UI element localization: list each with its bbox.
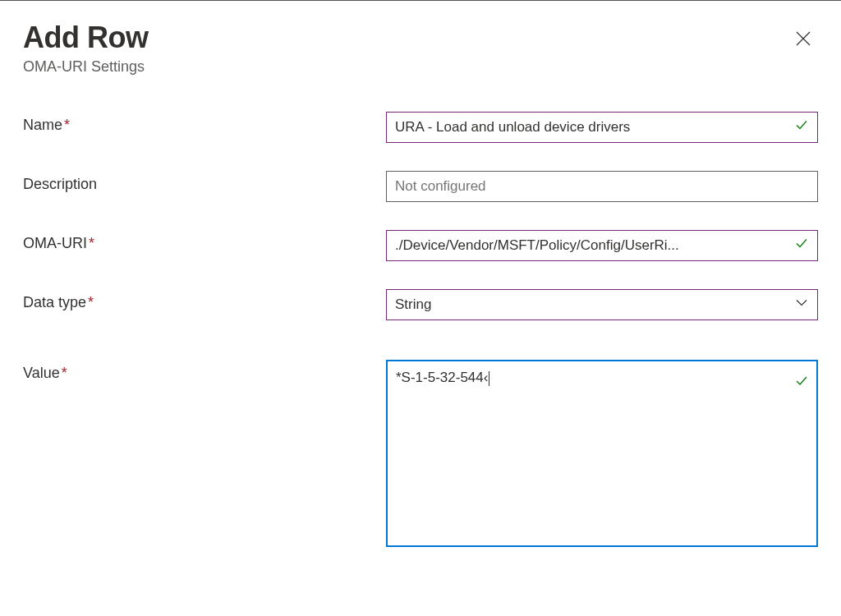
oma-uri-input[interactable] bbox=[386, 230, 818, 261]
required-asterisk: * bbox=[64, 117, 70, 133]
close-button[interactable] bbox=[788, 24, 818, 53]
close-icon bbox=[795, 30, 811, 47]
panel-title: Add Row bbox=[23, 21, 148, 55]
required-asterisk: * bbox=[62, 365, 67, 381]
oma-uri-label: OMA-URI* bbox=[23, 230, 386, 252]
data-type-select[interactable]: String bbox=[386, 289, 818, 320]
value-label: Value* bbox=[23, 360, 386, 382]
description-label: Description bbox=[23, 171, 386, 193]
name-input[interactable] bbox=[386, 112, 818, 143]
data-type-value: String bbox=[395, 297, 431, 313]
value-text: *S-1-5-32-544‹ bbox=[396, 370, 488, 385]
name-label: Name* bbox=[23, 112, 386, 134]
required-asterisk: * bbox=[89, 235, 94, 251]
required-asterisk: * bbox=[88, 294, 94, 310]
text-cursor bbox=[489, 371, 489, 386]
data-type-label: Data type* bbox=[23, 289, 386, 311]
value-textarea[interactable]: *S-1-5-32-544‹ bbox=[386, 360, 818, 547]
description-input[interactable] bbox=[386, 171, 818, 202]
panel-subtitle: OMA-URI Settings bbox=[23, 58, 148, 76]
